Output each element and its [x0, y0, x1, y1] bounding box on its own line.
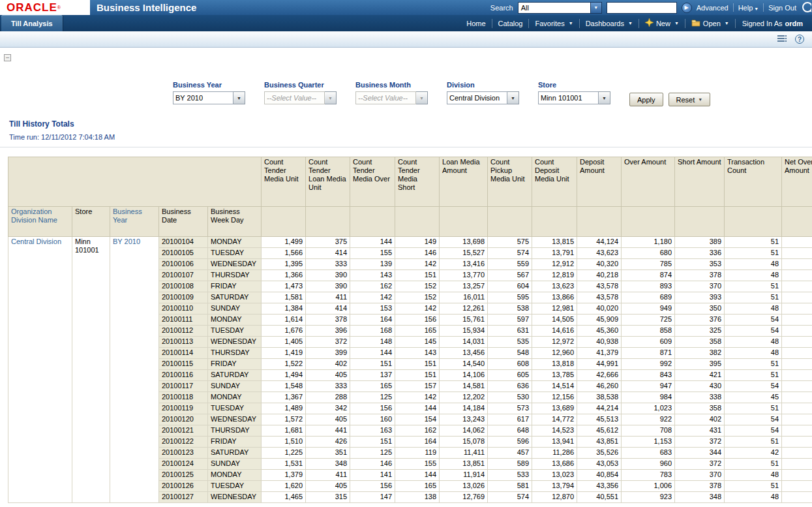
cell-value — [782, 370, 812, 381]
nav-dashboards[interactable]: Dashboards▼ — [580, 15, 639, 31]
cell-value: 143 — [350, 270, 395, 281]
column-header[interactable]: Count Tender Media Unit — [262, 157, 306, 207]
cell-division-value[interactable]: Central Division — [8, 237, 72, 503]
cell-year-value[interactable]: BY 2010 — [110, 237, 159, 503]
column-header-business-date[interactable]: Business Date — [159, 207, 208, 237]
nav-new[interactable]: New▼ — [639, 15, 685, 31]
tab-till-analysis[interactable]: Till Analysis — [1, 15, 63, 31]
column-header[interactable]: Deposit Amount — [577, 157, 622, 207]
empty-header-cell — [725, 207, 782, 237]
column-header-store[interactable]: Store — [72, 207, 110, 237]
cell-value: 395 — [675, 359, 725, 370]
help-menu[interactable]: Help▼ — [738, 4, 759, 12]
cell-value: 378 — [306, 315, 350, 326]
chevron-down-icon[interactable]: ▼ — [599, 91, 610, 104]
cell-value: 12,912 — [532, 259, 577, 270]
column-header[interactable]: Short Amount — [675, 157, 725, 207]
column-header[interactable]: Count Deposit Media Unit — [532, 157, 577, 207]
search-input[interactable] — [607, 2, 677, 14]
column-header[interactable]: Over Amount — [622, 157, 675, 207]
sign-out-link[interactable]: Sign Out — [768, 4, 796, 12]
collapse-section-icon[interactable]: – — [4, 54, 11, 61]
cell-value: 1,379 — [262, 470, 306, 481]
cell-value: 538 — [488, 303, 532, 315]
combo-value[interactable]: Minn 101001 — [538, 91, 599, 104]
cell-value: 11,286 — [532, 448, 577, 459]
cell-value: 548 — [488, 348, 532, 359]
cell-value: 54 — [725, 425, 782, 437]
combo-value[interactable]: Central Division — [447, 91, 507, 104]
cell-value: 163 — [350, 425, 395, 437]
column-header-organization-division-name[interactable]: Organization Division Name — [8, 207, 72, 237]
search-scope-dropdown[interactable]: All ▼ — [518, 2, 602, 14]
column-header[interactable]: Transaction Count — [725, 157, 782, 207]
cell-value: 160 — [350, 414, 395, 425]
cell-value: 42,666 — [577, 370, 622, 381]
table-row: Central DivisionMinn 101001BY 2010201001… — [8, 237, 812, 248]
page-options-icon[interactable] — [777, 35, 787, 44]
cell-business-date: 20100126 — [159, 481, 208, 492]
cell-week-day: SATURDAY — [208, 292, 262, 303]
cell-value: 390 — [306, 281, 350, 292]
empty-header-cell — [395, 207, 440, 237]
cell-value: 15,934 — [440, 326, 488, 337]
column-header-business-year[interactable]: Business Year — [110, 207, 159, 237]
division-combo[interactable]: Central Division ▼ — [447, 91, 519, 104]
cell-value: 402 — [306, 359, 350, 370]
column-header[interactable]: Net Over Short Amount — [782, 157, 812, 207]
nav-favorites[interactable]: Favorites▼ — [529, 15, 579, 31]
advanced-link[interactable]: Advanced — [697, 4, 729, 12]
cell-value: 14,514 — [532, 381, 577, 392]
nav-open[interactable]: Open▼ — [685, 15, 735, 31]
column-header-business-week-day[interactable]: Business Week Day — [208, 207, 262, 237]
store-combo[interactable]: Minn 101001 ▼ — [538, 91, 610, 104]
cell-value: 14,062 — [440, 425, 488, 437]
cell-week-day: SUNDAY — [208, 303, 262, 315]
apply-button[interactable]: Apply — [629, 93, 663, 106]
cell-value — [782, 315, 812, 326]
cell-week-day: THURSDAY — [208, 270, 262, 281]
cell-value: 125 — [350, 448, 395, 459]
business-year-combo[interactable]: BY 2010 ▼ — [173, 91, 245, 104]
cell-value: 51 — [725, 359, 782, 370]
cell-value — [782, 481, 812, 492]
cell-value: 342 — [306, 403, 350, 414]
reset-button[interactable]: Reset▼ — [669, 93, 711, 106]
column-header[interactable]: Count Tender Media Over — [350, 157, 395, 207]
column-header[interactable]: Count Tender Loan Media Unit — [306, 157, 350, 207]
cell-value: 45,513 — [577, 414, 622, 425]
cell-value: 164 — [350, 315, 395, 326]
chevron-down-icon[interactable]: ▼ — [507, 91, 519, 104]
cell-value: 45,360 — [577, 326, 622, 337]
column-header[interactable]: Count Pickup Media Unit — [488, 157, 532, 207]
combo-value[interactable]: BY 2010 — [173, 91, 233, 104]
help-icon[interactable]: ? — [795, 35, 804, 44]
cell-week-day: WEDNESDAY — [208, 259, 262, 270]
column-header[interactable]: Count Tender Media Short — [395, 157, 440, 207]
cell-value: 949 — [622, 303, 675, 315]
search-go-button[interactable]: ▶ — [682, 3, 692, 13]
nav-home[interactable]: Home — [460, 15, 491, 31]
chevron-down-icon[interactable]: ▼ — [233, 91, 245, 104]
cell-value: 325 — [675, 326, 725, 337]
chevron-down-icon: ▼ — [725, 21, 729, 25]
column-header[interactable]: Loan Media Amount — [440, 157, 488, 207]
dimension-header-row: Organization Division Name Store Busines… — [8, 207, 812, 237]
cell-value: 13,815 — [532, 237, 577, 248]
cell-value: 38,538 — [577, 392, 622, 403]
cell-value: 13,698 — [440, 237, 488, 248]
chevron-down-icon[interactable]: ▼ — [591, 2, 602, 14]
cell-value: 378 — [675, 270, 725, 281]
divider — [0, 147, 812, 147]
cell-value: 1,489 — [262, 403, 306, 414]
cell-value: 947 — [622, 381, 675, 392]
cell-value: 139 — [350, 259, 395, 270]
cell-value: 12,769 — [440, 492, 488, 503]
cell-value: 51 — [725, 237, 782, 248]
search-scope-value[interactable]: All — [518, 2, 591, 14]
nav-catalog[interactable]: Catalog — [492, 15, 529, 31]
cell-business-date: 20100122 — [159, 437, 208, 448]
empty-header-cell — [306, 207, 350, 237]
cell-value: 683 — [622, 448, 675, 459]
search-icon — [801, 1, 811, 15]
